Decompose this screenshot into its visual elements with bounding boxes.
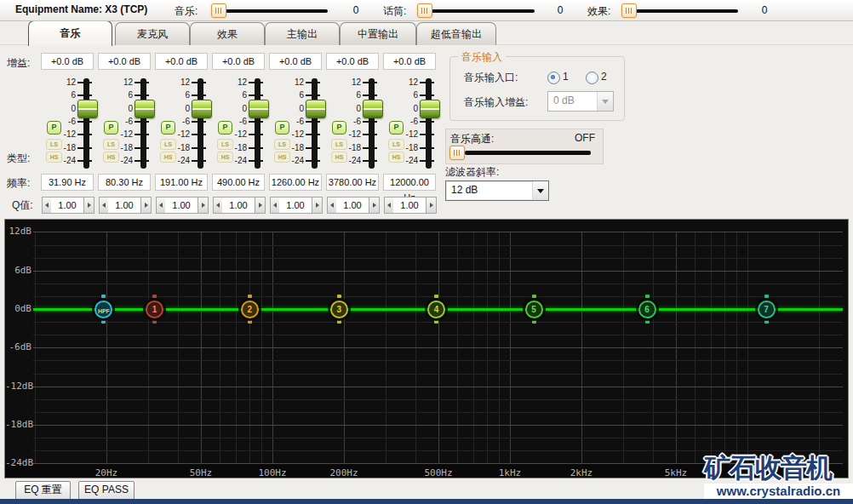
- tab-effect[interactable]: 效果: [190, 22, 265, 45]
- tab-subwoofer-output[interactable]: 超低音输出: [416, 22, 496, 45]
- slider-tick: [135, 160, 149, 162]
- effect-volume-slider-track[interactable]: [633, 9, 738, 13]
- tab-microphone[interactable]: 麦克风: [115, 22, 190, 45]
- band-5-gain-slider-track[interactable]: [312, 78, 318, 169]
- music-input-gain-select[interactable]: 0 dB: [547, 91, 614, 112]
- eq-band-point-7[interactable]: 7: [758, 301, 776, 318]
- band-3-gain-field[interactable]: +0.0 dB: [155, 53, 208, 70]
- slider-tick: [420, 82, 434, 83]
- band-1-gain-slider-handle[interactable]: [77, 100, 98, 118]
- band-7-gain-slider-track[interactable]: [426, 78, 432, 169]
- band-2-lowshelf-button[interactable]: LS: [103, 139, 119, 150]
- eq-band-point-hpf[interactable]: HPF: [94, 301, 112, 318]
- tab-main-output[interactable]: 主输出: [265, 22, 340, 45]
- band-5-gain-slider-handle[interactable]: [306, 100, 326, 118]
- band-7-lowshelf-button[interactable]: LS: [388, 139, 404, 150]
- band-5-gain-field[interactable]: +0.0 dB: [269, 53, 322, 70]
- band-7-q-increase-button[interactable]: [426, 197, 437, 214]
- band-7-gain-field[interactable]: +0.0 dB: [383, 53, 436, 70]
- band-6-q-increase-button[interactable]: [369, 197, 380, 214]
- band-6-highshelf-button[interactable]: HS: [331, 152, 347, 163]
- eq-band-point-6[interactable]: 6: [638, 301, 656, 318]
- band-7-highshelf-button[interactable]: HS: [388, 152, 404, 163]
- band-3-highshelf-button[interactable]: HS: [160, 152, 176, 163]
- eq-pass-button[interactable]: EQ PASS: [78, 481, 135, 500]
- filter-slope-select[interactable]: 12 dB: [445, 180, 549, 201]
- band-5-peak-button[interactable]: P: [275, 121, 289, 135]
- effect-volume-slider-handle[interactable]: [621, 3, 637, 18]
- band-3-lowshelf-button[interactable]: LS: [160, 139, 176, 150]
- band-6-q-value-field[interactable]: 1.00: [336, 197, 369, 214]
- eq-band-point-4[interactable]: 4: [427, 301, 445, 318]
- band-4-lowshelf-button[interactable]: LS: [217, 139, 233, 150]
- eq-band-point-3[interactable]: 3: [330, 301, 348, 318]
- dropdown-button[interactable]: [597, 92, 613, 111]
- band-4-gain-field[interactable]: +0.0 dB: [212, 53, 265, 70]
- music-highpass-slider-track[interactable]: [465, 151, 591, 155]
- band-5-q-increase-button[interactable]: [312, 197, 323, 214]
- band-1-highshelf-button[interactable]: HS: [46, 152, 62, 163]
- music-highpass-slider-handle[interactable]: [449, 146, 465, 160]
- mic-volume-slider-track[interactable]: [429, 9, 535, 13]
- eq-band-point-1[interactable]: 1: [146, 301, 163, 318]
- band-6-lowshelf-button[interactable]: LS: [331, 139, 347, 150]
- arrow-left-icon: [387, 203, 391, 208]
- band-4-gain-slider-handle[interactable]: [249, 100, 269, 118]
- band-6-gain-slider-track[interactable]: [369, 78, 375, 169]
- band-2-q-value-field[interactable]: 1.00: [108, 197, 140, 214]
- band-7-gain-slider-handle[interactable]: [420, 100, 440, 118]
- band-2-peak-button[interactable]: P: [104, 121, 118, 135]
- eq-band-point-5[interactable]: 5: [525, 301, 543, 318]
- band-1-q-value-field[interactable]: 1.00: [51, 197, 83, 214]
- slider-tick: [363, 160, 377, 162]
- band-4-highshelf-button[interactable]: HS: [217, 152, 233, 163]
- band-5-lowshelf-button[interactable]: LS: [274, 139, 290, 150]
- music-volume-slider-track[interactable]: [223, 9, 328, 13]
- music-volume-slider-handle[interactable]: [211, 3, 226, 18]
- band-1-gain-slider-track[interactable]: [83, 78, 89, 169]
- y-axis-tick-label: -18dB: [5, 419, 31, 430]
- slider-tick: [306, 134, 320, 135]
- band-6-peak-button[interactable]: P: [332, 121, 346, 135]
- band-4-q-value-field[interactable]: 1.00: [222, 197, 255, 214]
- eq-reset-button[interactable]: EQ 重置: [15, 481, 71, 500]
- band-3-frequency-field[interactable]: 191.00 Hz: [155, 174, 208, 191]
- band-6-gain-slider-handle[interactable]: [363, 100, 383, 118]
- band-2-highshelf-button[interactable]: HS: [103, 152, 119, 163]
- tab-music[interactable]: 音乐: [28, 20, 112, 46]
- mic-volume-slider-handle[interactable]: [417, 3, 432, 18]
- band-1-q-increase-button[interactable]: [83, 197, 94, 214]
- band-5-q-value-field[interactable]: 1.00: [279, 197, 312, 214]
- band-7-frequency-field[interactable]: 12000.00 Hz: [383, 174, 436, 191]
- music-input-port-2-radio[interactable]: [586, 72, 598, 84]
- dropdown-button[interactable]: [532, 181, 548, 200]
- band-6-frequency-field[interactable]: 3780.00 Hz: [326, 174, 379, 191]
- music-input-port-1-radio[interactable]: [547, 72, 560, 84]
- band-3-q-increase-button[interactable]: [198, 197, 209, 214]
- band-3-gain-slider-handle[interactable]: [192, 100, 212, 118]
- band-2-gain-slider-track[interactable]: [140, 78, 146, 169]
- eq-band-point-2[interactable]: 2: [241, 301, 259, 318]
- band-6-gain-field[interactable]: +0.0 dB: [326, 53, 379, 70]
- band-1-frequency-field[interactable]: 31.90 Hz: [41, 174, 94, 191]
- tab-center-output[interactable]: 中置输出: [340, 22, 416, 45]
- band-4-gain-slider-track[interactable]: [255, 78, 260, 169]
- band-3-gain-slider-track[interactable]: [198, 78, 203, 169]
- band-1-gain-field[interactable]: +0.0 dB: [41, 53, 94, 70]
- band-2-gain-slider-handle[interactable]: [135, 100, 155, 118]
- band-5-highshelf-button[interactable]: HS: [274, 152, 290, 163]
- band-2-frequency-field[interactable]: 80.30 Hz: [98, 174, 151, 191]
- band-2-q-increase-button[interactable]: [140, 197, 152, 214]
- band-5-frequency-field[interactable]: 1260.00 Hz: [269, 174, 322, 191]
- band-1-peak-button[interactable]: P: [47, 121, 61, 135]
- band-3-q-value-field[interactable]: 1.00: [165, 197, 198, 214]
- band-2-gain-field[interactable]: +0.0 dB: [98, 53, 151, 70]
- band-1-lowshelf-button[interactable]: LS: [46, 139, 62, 150]
- band-4-peak-button[interactable]: P: [218, 121, 232, 135]
- band-4-q-increase-button[interactable]: [255, 197, 266, 214]
- band-3-peak-button[interactable]: P: [161, 121, 175, 135]
- band-7-peak-button[interactable]: P: [389, 121, 404, 135]
- band-4-frequency-field[interactable]: 490.00 Hz: [212, 174, 265, 191]
- band-7-q-value-field[interactable]: 1.00: [393, 197, 426, 214]
- y-axis-tick-label: -6dB: [5, 341, 31, 352]
